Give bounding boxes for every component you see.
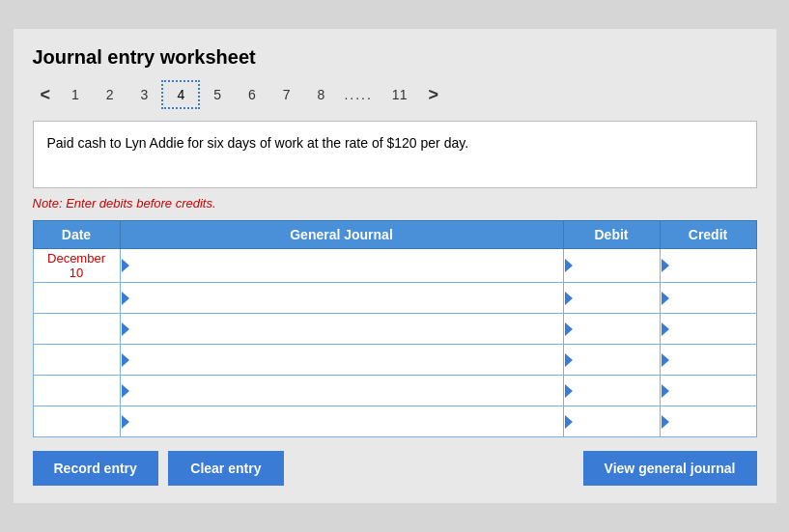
- date-cell-1[interactable]: [33, 283, 120, 314]
- date-cell-3[interactable]: [33, 345, 120, 376]
- cell-indicator-credit-2: [662, 322, 669, 336]
- credit-cell-3[interactable]: [660, 345, 756, 376]
- credit-cell-5[interactable]: [660, 406, 756, 437]
- col-date: Date: [33, 221, 120, 249]
- cell-indicator-debit-2: [565, 322, 573, 336]
- cell-indicator-credit-3: [662, 353, 669, 367]
- debit-cell-5[interactable]: [563, 406, 660, 437]
- credit-cell-1[interactable]: [660, 283, 756, 314]
- date-cell-5[interactable]: [33, 406, 120, 437]
- view-general-journal-button[interactable]: View general journal: [583, 451, 757, 486]
- cell-indicator-debit-1: [565, 292, 573, 305]
- debit-cell-0[interactable]: [563, 249, 660, 283]
- tab-2[interactable]: 2: [93, 82, 127, 107]
- cell-indicator-gj-2: [122, 322, 129, 336]
- credit-cell-0[interactable]: [660, 249, 756, 283]
- gj-cell-2[interactable]: [120, 314, 563, 345]
- description-text: Paid cash to Lyn Addie for six days of w…: [47, 135, 469, 151]
- tab-7[interactable]: 7: [269, 82, 304, 107]
- credit-cell-2[interactable]: [660, 314, 756, 345]
- gj-cell-4[interactable]: [120, 376, 563, 406]
- cell-indicator-credit-5: [662, 415, 669, 429]
- table-row: [33, 314, 756, 345]
- debit-cell-2[interactable]: [563, 314, 660, 345]
- debit-cell-1[interactable]: [563, 283, 660, 314]
- cell-indicator-credit-4: [662, 384, 669, 398]
- note-text: Note: Enter debits before credits.: [33, 196, 757, 210]
- tab-5[interactable]: 5: [200, 82, 235, 107]
- cell-indicator-gj-4: [122, 384, 129, 398]
- gj-cell-0[interactable]: [120, 249, 563, 283]
- prev-arrow[interactable]: <: [33, 81, 59, 109]
- table-body: December10: [33, 249, 756, 437]
- cell-indicator-debit-0: [565, 259, 573, 272]
- cell-indicator-debit-3: [565, 353, 573, 367]
- tab-11[interactable]: 11: [379, 82, 421, 107]
- table-row: [33, 406, 756, 437]
- date-cell-4[interactable]: [33, 376, 120, 406]
- col-gj: General Journal: [120, 221, 563, 249]
- tab-....[interactable]: .....: [338, 82, 378, 107]
- tab-navigation: < 12345678.....11>: [33, 80, 757, 109]
- cell-indicator-gj-1: [122, 292, 129, 305]
- tab-8[interactable]: 8: [304, 82, 339, 107]
- tab-1[interactable]: 1: [58, 82, 93, 107]
- cell-indicator-debit-4: [565, 384, 573, 398]
- gj-cell-1[interactable]: [120, 283, 563, 314]
- date-cell-2[interactable]: [33, 314, 120, 345]
- tab-4[interactable]: 4: [161, 80, 200, 109]
- clear-entry-button[interactable]: Clear entry: [168, 451, 284, 486]
- cell-indicator-credit-0: [662, 259, 669, 272]
- credit-cell-4[interactable]: [660, 376, 756, 406]
- journal-table: Date General Journal Debit Credit Decemb…: [33, 220, 757, 437]
- tab-6[interactable]: 6: [235, 82, 269, 107]
- date-cell-0[interactable]: December10: [33, 249, 120, 283]
- cell-indicator-gj-5: [122, 415, 129, 429]
- description-box: Paid cash to Lyn Addie for six days of w…: [33, 121, 757, 188]
- tab-3[interactable]: 3: [127, 82, 162, 107]
- table-row: [33, 345, 756, 376]
- col-debit: Debit: [563, 221, 660, 249]
- gj-cell-3[interactable]: [120, 345, 563, 376]
- gj-cell-5[interactable]: [120, 406, 563, 437]
- table-row: [33, 376, 756, 406]
- button-row: Record entry Clear entry View general jo…: [33, 451, 757, 486]
- main-container: Journal entry worksheet < 12345678.....1…: [14, 29, 776, 503]
- record-entry-button[interactable]: Record entry: [33, 451, 158, 486]
- cell-indicator-credit-1: [662, 292, 669, 305]
- col-credit: Credit: [660, 221, 756, 249]
- cell-indicator-gj-3: [122, 353, 129, 367]
- debit-cell-4[interactable]: [563, 376, 660, 406]
- next-arrow[interactable]: >: [420, 81, 446, 109]
- table-row: [33, 283, 756, 314]
- table-row: December10: [33, 249, 756, 283]
- table-header-row: Date General Journal Debit Credit: [33, 221, 756, 249]
- page-title: Journal entry worksheet: [33, 46, 757, 69]
- cell-indicator-gj-0: [122, 259, 129, 272]
- cell-indicator-debit-5: [565, 415, 573, 429]
- debit-cell-3[interactable]: [563, 345, 660, 376]
